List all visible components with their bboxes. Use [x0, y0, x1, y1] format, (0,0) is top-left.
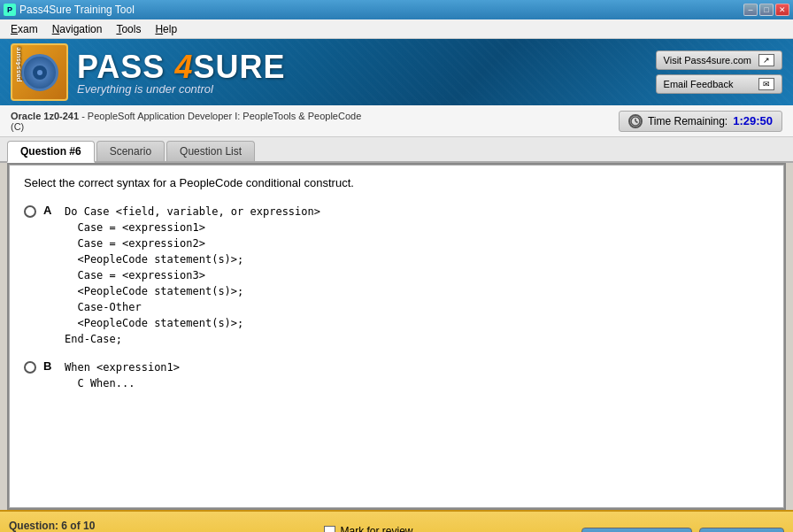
bottom-center: Mark for review 📷 Show answers/explanati… — [246, 525, 490, 532]
title-bar-text: Pass4Sure Training Tool — [19, 4, 135, 16]
time-value: 1:29:50 — [733, 114, 773, 127]
tabs-bar: Question #6 Scenario Question List — [0, 137, 793, 163]
close-button[interactable]: ✕ — [775, 4, 789, 16]
menu-tools[interactable]: Tools — [109, 21, 148, 37]
tab-question-list[interactable]: Question List — [166, 141, 255, 161]
cert-name: PeopleSoft Application Developer I: Peop… — [88, 111, 361, 121]
question-text: Select the correct syntax for a PeopleCo… — [24, 176, 769, 189]
logo-box: pass4sure — [11, 43, 68, 101]
mark-review-checkbox[interactable] — [324, 526, 335, 533]
title-bar-buttons[interactable]: – □ ✕ — [743, 4, 789, 16]
email-icon: ✉ — [758, 78, 774, 90]
brand-name: PASS 4SURE — [77, 49, 285, 86]
svg-line-4 — [635, 121, 638, 123]
menu-help[interactable]: Help — [148, 21, 184, 37]
mark-review-row: Mark for review — [324, 525, 412, 532]
clock-icon — [628, 114, 643, 128]
bottom-toolbar: Question: 6 of 10 ◀ Previous Next ▶ Mark… — [0, 510, 793, 532]
logo-disc — [21, 54, 58, 91]
title-bar: P Pass4Sure Training Tool – □ ✕ — [0, 0, 793, 19]
external-link-icon: ↗ — [758, 54, 774, 66]
question-scroll[interactable]: Select the correct syntax for a PeopleCo… — [10, 166, 783, 507]
bottom-right: Review Marked End Exam — [581, 528, 784, 532]
answer-label-b: B — [43, 359, 58, 373]
brand-four: 4 — [174, 49, 193, 85]
answer-label-a: A — [43, 204, 58, 217]
email-feedback-label: Email Feedback — [664, 79, 734, 89]
tab-scenario[interactable]: Scenario — [96, 141, 165, 161]
question-counter: Question: 6 of 10 — [9, 520, 156, 532]
visit-website-button[interactable]: Visit Pass4sure.com ↗ — [656, 50, 782, 70]
cert-info: Oracle 1z0-241 - PeopleSoft Application … — [11, 111, 361, 132]
info-bar: Oracle 1z0-241 - PeopleSoft Application … — [0, 105, 793, 137]
cert-separator: - — [81, 111, 88, 121]
menu-bar: Exam Navigation Tools Help — [0, 19, 793, 39]
time-label: Time Remaining: — [648, 115, 728, 127]
app-icon: P — [4, 4, 16, 16]
mark-review-label: Mark for review — [340, 525, 412, 532]
answer-option-a: A Do Case <field, variable, or expressio… — [24, 204, 769, 347]
end-exam-button[interactable]: End Exam — [699, 528, 784, 532]
cert-code: Oracle 1z0-241 — [11, 111, 79, 121]
minimize-button[interactable]: – — [743, 4, 758, 16]
menu-navigation[interactable]: Navigation — [45, 21, 110, 37]
answer-content-a: Do Case <field, variable, or expression>… — [65, 204, 320, 347]
logo-text: pass4sure — [14, 47, 22, 82]
main-content: Question #6 Scenario Question List Selec… — [0, 137, 793, 510]
review-marked-button[interactable]: Review Marked — [581, 528, 692, 532]
time-remaining-box: Time Remaining: 1:29:50 — [619, 111, 782, 132]
radio-a[interactable] — [24, 205, 36, 218]
svg-point-1 — [37, 70, 42, 75]
title-bar-left: P Pass4Sure Training Tool — [4, 4, 135, 16]
question-content-wrapper: Select the correct syntax for a PeopleCo… — [7, 163, 786, 510]
banner-left: pass4sure PASS 4SURE Everything is under… — [11, 43, 285, 101]
bottom-left: Question: 6 of 10 ◀ Previous Next ▶ — [9, 520, 156, 532]
cert-copyright: (C) — [11, 121, 24, 132]
answer-content-b: When <expression1> C When... — [65, 359, 180, 391]
answer-option-b: B When <expression1> C When... — [24, 359, 769, 391]
radio-b[interactable] — [24, 361, 36, 374]
tab-question[interactable]: Question #6 — [7, 141, 95, 163]
banner-right: Visit Pass4sure.com ↗ Email Feedback ✉ — [656, 50, 782, 94]
maximize-button[interactable]: □ — [759, 4, 774, 16]
brand-text: PASS 4SURE Everything is under control — [77, 49, 285, 96]
visit-website-label: Visit Pass4sure.com — [664, 55, 751, 66]
banner: pass4sure PASS 4SURE Everything is under… — [0, 39, 793, 105]
menu-exam[interactable]: Exam — [4, 21, 45, 37]
email-feedback-button[interactable]: Email Feedback ✉ — [656, 74, 782, 94]
question-area: Select the correct syntax for a PeopleCo… — [9, 165, 784, 508]
